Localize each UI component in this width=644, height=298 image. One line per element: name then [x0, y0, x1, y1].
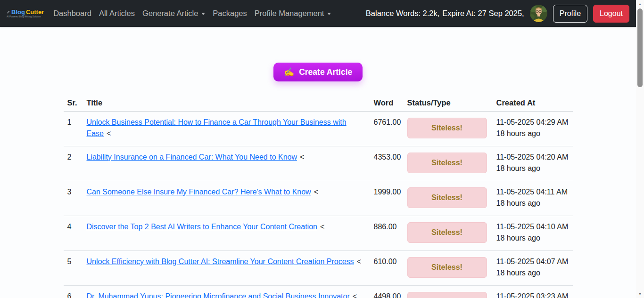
created-date: 11-05-2025 04:07 AM — [496, 256, 569, 267]
title-cell: Unlock Business Potential: How to Financ… — [83, 112, 370, 146]
created-ago: 18 hours ago — [496, 198, 569, 209]
scroll-down-arrow[interactable]: ▼ — [636, 290, 644, 298]
expand-toggle[interactable]: < — [300, 153, 304, 161]
app-logo-text: BlogCutter — [7, 9, 44, 15]
created-at-cell: 11-05-2025 04:10 AM 18 hours ago — [493, 216, 573, 251]
create-article-button[interactable]: ✍️ Create Article — [273, 63, 363, 81]
status-cell: Siteless! — [404, 251, 493, 286]
created-at-cell: 11-05-2025 04:07 AM 18 hours ago — [493, 251, 573, 286]
main-content: ✍️ Create Article Sr. Title Word Status/… — [0, 63, 636, 298]
scroll-up-arrow[interactable]: ▲ — [636, 0, 644, 8]
title-cell: Unlock Efficiency with Blog Cutter AI: S… — [83, 251, 370, 286]
sr-cell: 3 — [64, 181, 83, 216]
writing-hand-icon: ✍️ — [284, 67, 294, 77]
chevron-down-icon — [327, 13, 331, 15]
expand-toggle[interactable]: < — [107, 129, 111, 137]
title-cell: Discover the Top 2 Best AI Writers to En… — [83, 216, 370, 251]
logo-tagline: AI Powered Blog Writing Solution — [7, 16, 44, 18]
status-badge: Siteless! — [407, 187, 487, 208]
table-row: 6 Dr. Muhammad Yunus: Pioneering Microfi… — [64, 286, 573, 298]
table-row: 2 Liability Insurance on a Financed Car:… — [64, 146, 573, 181]
sr-cell: 4 — [64, 216, 83, 251]
table-body: 1 Unlock Business Potential: How to Fina… — [64, 112, 573, 298]
status-cell: Siteless! — [404, 146, 493, 181]
article-title-link[interactable]: Discover the Top 2 Best AI Writers to En… — [87, 223, 317, 231]
main-nav: DashboardAll ArticlesGenerate ArticlePac… — [50, 5, 335, 22]
header-word: Word — [370, 94, 404, 112]
status-badge: Siteless! — [407, 222, 487, 243]
status-cell: Siteless! — [404, 181, 493, 216]
navbar: BlogCutter AI Powered Blog Writing Solut… — [0, 0, 636, 27]
balance-words: Balance Words: 2.2k, — [366, 9, 440, 17]
header-sr: Sr. — [64, 94, 83, 112]
status-cell: Siteless! — [404, 216, 493, 251]
status-badge: Siteless! — [407, 292, 487, 298]
created-at-cell: 11-05-2025 04:20 AM 18 hours ago — [493, 146, 573, 181]
table-row: 4 Discover the Top 2 Best AI Writers to … — [64, 216, 573, 251]
nav-item-packages[interactable]: Packages — [209, 5, 250, 22]
sr-cell: 2 — [64, 146, 83, 181]
word-count-cell: 4498.00 — [370, 286, 404, 298]
logo-word-cutter: Cutter — [26, 9, 44, 15]
logo-word-blog: Blog — [11, 9, 25, 15]
created-date: 11-05-2025 04:29 AM — [496, 117, 569, 128]
word-count-cell: 886.00 — [370, 216, 404, 251]
nav-item-dashboard[interactable]: Dashboard — [50, 5, 95, 22]
expand-toggle[interactable]: < — [353, 292, 357, 298]
nav-item-profile-management[interactable]: Profile Management — [251, 5, 335, 22]
header-status-type: Status/Type — [404, 94, 493, 112]
chevron-down-icon — [201, 13, 205, 15]
created-ago: 18 hours ago — [496, 233, 569, 244]
expand-toggle[interactable]: < — [314, 188, 318, 196]
article-title-link[interactable]: Liability Insurance on a Financed Car: W… — [87, 153, 297, 161]
article-title-link[interactable]: Dr. Muhammad Yunus: Pioneering Microfina… — [87, 292, 350, 298]
navbar-right: Balance Words: 2.2k,Expire At: 27 Sep 20… — [366, 5, 629, 23]
created-ago: 18 hours ago — [496, 128, 569, 139]
created-date: 11-05-2025 03:23 AM — [496, 291, 569, 298]
expire-at: Expire At: 27 Sep 2025, — [442, 9, 524, 17]
title-cell: Dr. Muhammad Yunus: Pioneering Microfina… — [83, 286, 370, 298]
header-title: Title — [83, 94, 370, 112]
sr-cell: 1 — [64, 112, 83, 146]
expand-toggle[interactable]: < — [357, 258, 361, 266]
table-row: 3 Can Someone Else Insure My Financed Ca… — [64, 181, 573, 216]
header-created-at: Created At — [493, 94, 573, 112]
status-cell: Siteless! — [404, 286, 493, 298]
article-title-link[interactable]: Can Someone Else Insure My Financed Car?… — [87, 188, 311, 196]
article-title-link[interactable]: Unlock Business Potential: How to Financ… — [87, 118, 347, 137]
table-row: 1 Unlock Business Potential: How to Fina… — [64, 112, 573, 146]
app-logo[interactable]: BlogCutter AI Powered Blog Writing Solut… — [7, 9, 44, 18]
avatar[interactable] — [530, 5, 547, 22]
created-at-cell: 11-05-2025 04:29 AM 18 hours ago — [493, 112, 573, 146]
vertical-scrollbar[interactable]: ▲ ▼ — [636, 0, 644, 298]
sr-cell: 6 — [64, 286, 83, 298]
created-at-cell: 11-05-2025 03:23 AM — [493, 286, 573, 298]
created-date: 11-05-2025 04:11 AM — [496, 186, 569, 198]
word-count-cell: 1999.00 — [370, 181, 404, 216]
nav-item-all-articles[interactable]: All Articles — [95, 5, 139, 22]
created-ago: 18 hours ago — [496, 163, 569, 174]
word-count-cell: 4353.00 — [370, 146, 404, 181]
nav-item-generate-article[interactable]: Generate Article — [139, 5, 209, 22]
expand-toggle[interactable]: < — [320, 223, 324, 231]
table-header: Sr. Title Word Status/Type Created At — [64, 94, 573, 112]
created-date: 11-05-2025 04:20 AM — [496, 152, 569, 163]
status-badge: Siteless! — [407, 118, 487, 138]
scrollbar-thumb[interactable] — [637, 8, 643, 87]
create-article-label: Create Article — [299, 67, 352, 77]
profile-button[interactable]: Profile — [553, 5, 587, 23]
created-at-cell: 11-05-2025 04:11 AM 18 hours ago — [493, 181, 573, 216]
word-count-cell: 610.00 — [370, 251, 404, 286]
table-row: 5 Unlock Efficiency with Blog Cutter AI:… — [64, 251, 573, 286]
created-ago: 18 hours ago — [496, 267, 569, 279]
article-title-link[interactable]: Unlock Efficiency with Blog Cutter AI: S… — [87, 258, 354, 266]
title-cell: Can Someone Else Insure My Financed Car?… — [83, 181, 370, 216]
logout-button[interactable]: Logout — [593, 5, 629, 23]
balance-info: Balance Words: 2.2k,Expire At: 27 Sep 20… — [366, 9, 524, 18]
sr-cell: 5 — [64, 251, 83, 286]
title-cell: Liability Insurance on a Financed Car: W… — [83, 146, 370, 181]
status-badge: Siteless! — [407, 153, 487, 173]
status-badge: Siteless! — [407, 257, 487, 278]
logo-icon — [7, 9, 10, 15]
created-date: 11-05-2025 04:10 AM — [496, 221, 569, 233]
